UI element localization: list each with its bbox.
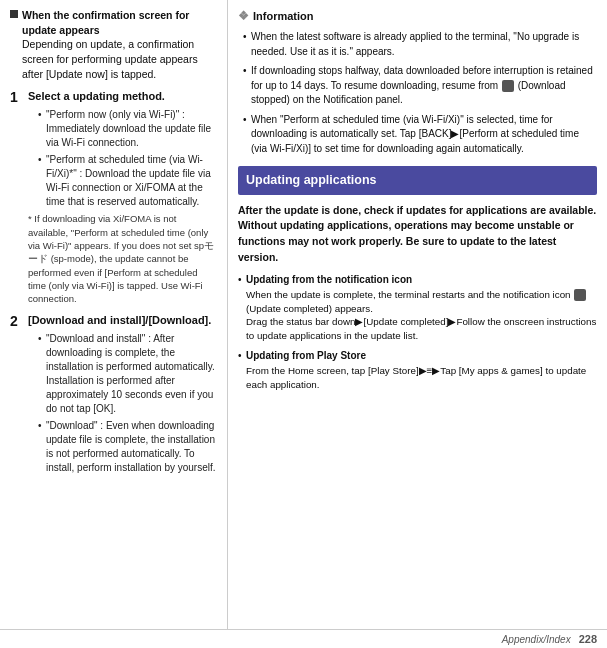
- step-1-body: "Perform now (only via Wi-Fi)" : Immedia…: [28, 108, 217, 305]
- info-list: When the latest software is already appl…: [238, 30, 597, 156]
- update-item-2: Updating from Play Store From the Home s…: [238, 349, 597, 392]
- footer-page: 228: [579, 633, 597, 645]
- step-1-content: Select a updating method. "Perform now (…: [28, 89, 217, 305]
- footer: Appendix/Index 228: [0, 629, 607, 648]
- info-header: ❖ Information: [238, 8, 597, 25]
- update-item-1-title: Updating from the notification icon: [246, 273, 597, 288]
- update-completed-icon: [574, 289, 586, 301]
- step-1: 1 Select a updating method. "Perform now…: [10, 89, 217, 305]
- left-column: When the confirmation screen for update …: [0, 0, 228, 629]
- step-1-bullet-2: "Perform at scheduled time (via Wi-Fi/Xi…: [38, 153, 217, 209]
- info-item-2: If downloading stops halfway, data downl…: [243, 64, 597, 108]
- footer-label: Appendix/Index: [502, 634, 571, 645]
- step-2-bullet-2: "Download" : Even when downloading updat…: [38, 419, 217, 475]
- update-apps-header: Updating applications: [238, 166, 597, 194]
- right-column: ❖ Information When the latest software i…: [228, 0, 607, 629]
- step-2-bullet-1: "Download and install" : After downloadi…: [38, 332, 217, 416]
- info-item-3: When "Perform at scheduled time (via Wi-…: [243, 113, 597, 157]
- update-item-1-body: When the update is complete, the termina…: [246, 288, 597, 343]
- info-header-label: Information: [253, 9, 314, 25]
- update-item-2-body: From the Home screen, tap [Play Store]▶≡…: [246, 364, 597, 391]
- intro-text: When the confirmation screen for update …: [22, 8, 217, 81]
- step-2-title: [Download and install]/[Download].: [28, 313, 217, 329]
- update-list: Updating from the notification icon When…: [238, 273, 597, 392]
- step-2-content: [Download and install]/[Download]. "Down…: [28, 313, 217, 478]
- step-2-number: 2: [10, 313, 24, 478]
- update-item-2-title: Updating from Play Store: [246, 349, 597, 364]
- diamond-icon: ❖: [238, 8, 249, 25]
- intro-bullet: When the confirmation screen for update …: [10, 8, 217, 81]
- step-1-bullet-1: "Perform now (only via Wi-Fi)" : Immedia…: [38, 108, 217, 150]
- step-1-number: 1: [10, 89, 24, 305]
- bullet-square: [10, 10, 18, 18]
- download-stopped-icon: [502, 80, 514, 92]
- info-item-1: When the latest software is already appl…: [243, 30, 597, 59]
- step-1-title: Select a updating method.: [28, 89, 217, 105]
- step-2-body: "Download and install" : After downloadi…: [28, 332, 217, 475]
- update-apps-intro: After the update is done, check if updat…: [238, 203, 597, 266]
- step-1-note: * If downloading via Xi/FOMA is not avai…: [28, 212, 217, 305]
- update-item-1: Updating from the notification icon When…: [238, 273, 597, 343]
- step-2: 2 [Download and install]/[Download]. "Do…: [10, 313, 217, 478]
